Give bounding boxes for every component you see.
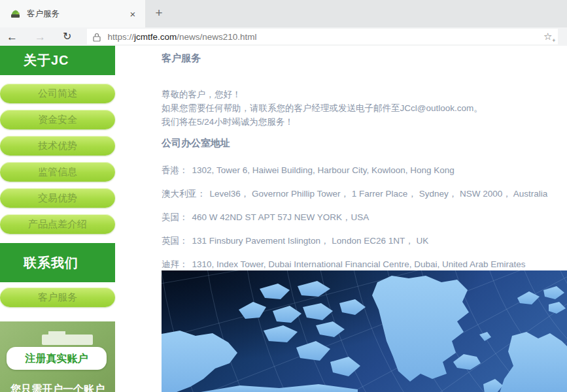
intro-paragraph: 尊敬的客户，您好！ 如果您需要任何帮助，请联系您的客户经理或发送电子邮件至JCc… bbox=[162, 88, 567, 129]
lock-icon bbox=[93, 33, 101, 42]
sidebar-about-group: 公司简述 资金安全 技术优势 监管信息 交易优势 产品点差介绍 bbox=[0, 84, 115, 234]
register-account-button[interactable]: 注册真实账户 bbox=[7, 347, 107, 370]
office-row-hongkong: 香港：1302, Tower 6, Haiwei Building, Harbo… bbox=[162, 165, 567, 176]
world-map-image bbox=[162, 270, 567, 392]
tab-close-icon[interactable]: × bbox=[126, 8, 140, 20]
address-bar[interactable]: https://jcmtfe.com/news/news210.html ☆+ bbox=[87, 29, 558, 44]
browser-window: 客户服务 × + ← → ↻ https://jcmtfe.com/news/n… bbox=[0, 0, 567, 392]
refresh-button[interactable]: ↻ bbox=[63, 31, 71, 42]
tab-strip: 客户服务 × + bbox=[0, 0, 567, 27]
sidebar-item-product-spread[interactable]: 产品点差介绍 bbox=[0, 214, 115, 234]
sidebar-item-company-overview[interactable]: 公司简述 bbox=[0, 84, 115, 103]
office-row-uk: 英国：131 Finsbury Pavement Islington， Lond… bbox=[162, 236, 567, 246]
intro-line: 我们将在5/24小时竭诚为您服务！ bbox=[162, 115, 567, 129]
sidebar-item-trading-advantage[interactable]: 交易优势 bbox=[0, 188, 115, 208]
site-favicon-icon bbox=[10, 8, 21, 19]
intro-line: 如果您需要任何帮助，请联系您的客户经理或发送电子邮件至JCcl@outlook.… bbox=[162, 101, 567, 115]
sidebar-item-fund-safety[interactable]: 资金安全 bbox=[0, 110, 115, 129]
url-text: https://jcmtfe.com/news/news210.html bbox=[107, 32, 256, 42]
url-path: /news/news210.html bbox=[177, 32, 256, 42]
register-promo-banner: 注册真实账户 您只需开户一个账户 bbox=[0, 321, 115, 392]
sidebar: 关于JC 公司简述 资金安全 技术优势 监管信息 交易优势 产品点差介绍 联系我… bbox=[0, 46, 115, 314]
sidebar-item-customer-service[interactable]: 客户服务 bbox=[0, 287, 115, 307]
office-row-usa: 美国：460 W 42ND ST APT 57J NEW YORK，USA bbox=[162, 212, 567, 223]
browser-toolbar: ← → ↻ https://jcmtfe.com/news/news210.ht… bbox=[0, 27, 567, 46]
url-domain: jcmtfe.com bbox=[134, 32, 177, 42]
add-favorite-icon[interactable]: ☆+ bbox=[543, 31, 552, 42]
url-protocol: https:// bbox=[107, 32, 134, 42]
tab-customer-service[interactable]: 客户服务 × bbox=[0, 0, 145, 27]
tab-title: 客户服务 bbox=[27, 8, 126, 20]
back-button[interactable]: ← bbox=[7, 31, 18, 42]
sidebar-header-contact: 联系我们 bbox=[0, 243, 115, 282]
main-content: 客户服务 尊敬的客户，您好！ 如果您需要任何帮助，请联系您的客户经理或发送电子邮… bbox=[162, 46, 567, 283]
forward-button[interactable]: → bbox=[35, 31, 46, 42]
office-row-dubai: 迪拜：1310, Index Tower, Dubai Internationa… bbox=[162, 259, 567, 270]
page-title: 客户服务 bbox=[162, 52, 567, 64]
sidebar-header-about: 关于JC bbox=[0, 46, 115, 75]
web-page: 关于JC 公司简述 资金安全 技术优势 监管信息 交易优势 产品点差介绍 联系我… bbox=[0, 46, 567, 392]
office-row-australia: 澳大利亚：Level36， Governor Phillip Tower， 1 … bbox=[162, 189, 567, 199]
favorite-plus-glyph: + bbox=[552, 37, 555, 44]
new-tab-button[interactable]: + bbox=[148, 0, 170, 27]
sidebar-item-tech-advantage[interactable]: 技术优势 bbox=[0, 136, 115, 155]
intro-line: 尊敬的客户，您好！ bbox=[162, 88, 567, 101]
promo-caption: 您只需开户一个账户 bbox=[0, 383, 115, 392]
promo-building-graphic bbox=[42, 335, 93, 345]
offices-title: 公司办公室地址 bbox=[162, 137, 567, 149]
office-list: 香港：1302, Tower 6, Haiwei Building, Harbo… bbox=[162, 165, 567, 270]
sidebar-item-regulation-info[interactable]: 监管信息 bbox=[0, 162, 115, 182]
